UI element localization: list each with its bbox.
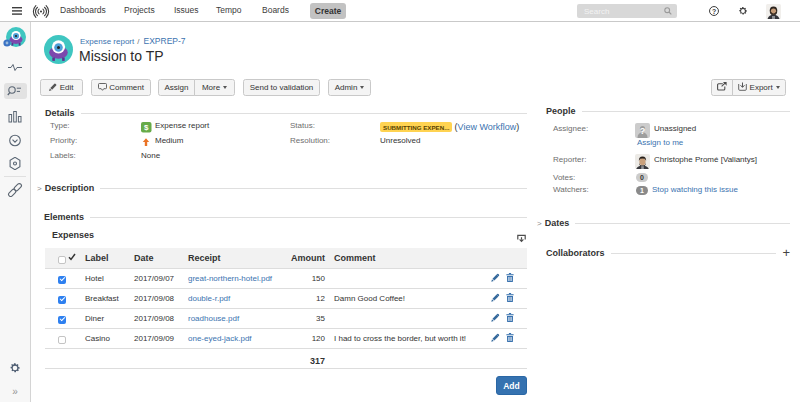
svg-text:?: ?	[712, 8, 716, 15]
svg-text:?: ?	[640, 126, 646, 136]
svg-text:$: $	[144, 123, 149, 132]
